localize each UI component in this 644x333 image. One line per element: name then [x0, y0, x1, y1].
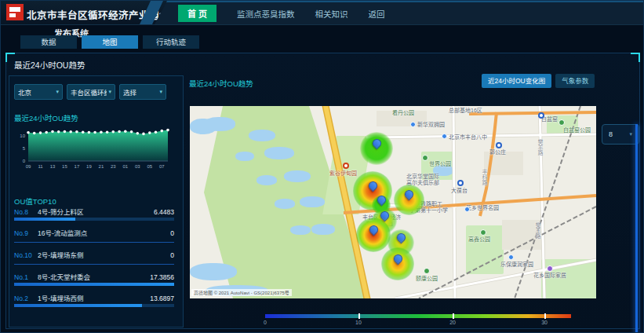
filter-select-1[interactable]: 丰台区循环经济产▾ — [67, 84, 115, 100]
map-place-label: 北京市丰台八中 — [449, 134, 487, 141]
svg-text:23: 23 — [111, 164, 116, 169]
left-stats-panel: 北京▾丰台区循环经济产▾选择▾ 最近24小时OU趋势 0510091113151… — [9, 75, 184, 328]
filter-select-2[interactable]: 选择▾ — [119, 84, 166, 100]
nav-item-0[interactable]: 首 页 — [178, 5, 216, 22]
mall-icon — [547, 265, 553, 272]
legend-tick — [358, 313, 360, 319]
filter-select-value: 丰台区循环经济产 — [71, 87, 107, 97]
filter-bar: 北京▾丰台区循环经济产▾选择▾ — [14, 84, 166, 100]
ou-value: 13.6897 — [150, 295, 174, 302]
park-icon — [480, 229, 486, 236]
panel-corner-accent — [631, 53, 640, 62]
svg-text:05: 05 — [147, 164, 152, 169]
park-icon — [422, 155, 428, 161]
metro-icon — [457, 180, 464, 186]
ou-value: 6.4483 — [154, 208, 174, 216]
app-logo-icon — [6, 4, 24, 20]
row-divider — [14, 264, 174, 265]
chevron-down-icon: ▾ — [159, 89, 162, 95]
map-place-label: 总部基地16区 — [449, 108, 482, 114]
site-name: 4号-筛分上料区 — [38, 207, 154, 216]
rank-label: No.1 — [14, 273, 38, 281]
svg-text:09: 09 — [26, 164, 31, 169]
svg-text:13: 13 — [50, 164, 56, 169]
legend-tick-label: 30 — [541, 320, 548, 325]
top-header: 北京市丰台区循环经济产业园大气恶臭状况实时 首 页监测点恶臭指数相关知识返回 — [1, 1, 644, 25]
map-place-label: 樊羊路 — [535, 222, 540, 239]
svg-text:11: 11 — [38, 164, 43, 169]
row-divider — [14, 242, 174, 243]
publish-tab-2[interactable]: 行动轨迹 — [143, 35, 199, 49]
filter-select-value: 北京 — [18, 87, 31, 97]
map-section-title: 最近24小时OU趋势 — [189, 78, 253, 89]
site-name: 1号-填埋场西侧 — [38, 293, 150, 302]
panel-title: 最近24小时OU趋势 — [14, 59, 85, 71]
ou-trend-chart: 0510091113151719212301030507 — [11, 120, 177, 172]
svg-text:01: 01 — [122, 164, 128, 169]
park-icon — [424, 268, 430, 274]
map-place-label: 新华双拥园 — [417, 122, 445, 128]
rank-label: No.9 — [14, 229, 38, 237]
map-view-button-0[interactable]: 近24小时OU变化图 — [482, 74, 551, 88]
ou-progress-bar — [14, 283, 174, 286]
map-view-button-1[interactable]: 气象参数 — [555, 74, 595, 88]
poi-blue-icon — [464, 207, 470, 212]
ou-color-legend: 0102030 — [265, 314, 571, 328]
legend-tick-label: 10 — [355, 320, 362, 325]
svg-text:5: 5 — [23, 146, 26, 151]
map-place-label: 高鑫公园 — [468, 236, 490, 243]
ou-progress-bar — [14, 304, 174, 307]
park-icon — [558, 119, 565, 126]
amap-canvas[interactable]: 高德地图 © 2021 AutoNavi - GS(2021)6375号 看丹公… — [190, 106, 596, 298]
site-name: 16号-流动监测点 — [38, 228, 170, 237]
legend-tick-label: 0 — [264, 320, 267, 325]
map-place-label: 白盆窑公园 — [563, 127, 591, 134]
toplist-row: No.102号-填埋场东侧0 — [14, 250, 174, 265]
nav-item-3[interactable]: 返回 — [369, 8, 385, 20]
chevron-down-icon: ▾ — [629, 131, 632, 137]
svg-text:0: 0 — [23, 159, 26, 163]
svg-text:03: 03 — [135, 164, 140, 169]
toplist-row: No.21号-填埋场西侧13.6897 — [14, 293, 174, 307]
map-place-label: 紫谷伊甸园 — [329, 170, 357, 177]
map-place-label: 花乡世界名园 — [466, 205, 499, 211]
legend-tick — [544, 313, 546, 319]
ou-value: 0 — [170, 229, 174, 237]
ou-value: 17.3856 — [150, 273, 174, 281]
publish-tab-0[interactable]: 数据 — [20, 35, 77, 49]
app-root: 北京市丰台区循环经济产业园大气恶臭状况实时 首 页监测点恶臭指数相关知识返回 发… — [0, 0, 644, 333]
svg-text:17: 17 — [75, 164, 80, 169]
metro-icon — [496, 142, 502, 148]
publish-tab-1[interactable]: 地图 — [82, 35, 138, 49]
svg-text:07: 07 — [159, 164, 165, 169]
poi-blue-icon — [442, 134, 447, 139]
map-place-label: 郭公庄 — [489, 149, 506, 156]
map-place-label: 丰科路 — [482, 169, 487, 185]
legend-tick-label: 20 — [449, 320, 456, 325]
filter-select-value: 选择 — [123, 87, 136, 97]
toplist-row: No.18号-北天堂村委会17.3856 — [14, 272, 174, 286]
svg-text:15: 15 — [62, 164, 67, 169]
svg-text:19: 19 — [86, 164, 92, 169]
filter-select-0[interactable]: 北京▾ — [14, 84, 63, 100]
chevron-down-icon: ▾ — [108, 89, 111, 95]
nav-item-1[interactable]: 监测点恶臭指数 — [237, 8, 295, 20]
ou-top-list: No.84号-筛分上料区6.4483No.916号-流动监测点0No.102号-… — [14, 207, 174, 314]
map-place-label: 颐康公园 — [416, 276, 438, 282]
main-panel: 最近24小时OU趋势 北京▾丰台区循环经济产▾选择▾ 最近24小时OU趋势 05… — [5, 53, 640, 329]
nav-item-2[interactable]: 相关知识 — [315, 8, 348, 20]
ou-value: 0 — [170, 251, 174, 259]
map-place-label: 看丹公园 — [392, 110, 414, 116]
hour-select-value: 8 — [609, 130, 613, 138]
map-view-buttons: 近24小时OU变化图气象参数 — [482, 74, 595, 88]
site-name: 8号-北天堂村委会 — [38, 272, 150, 281]
svg-text:10: 10 — [20, 134, 25, 138]
rank-label: No.10 — [14, 251, 38, 259]
map-place-label: 北京华堂国际 — [406, 174, 439, 180]
hour-select[interactable]: 8 ▾ — [602, 124, 639, 145]
map-place-label: 大葆台 — [451, 188, 468, 194]
toplist-row: No.84号-筛分上料区6.4483 — [14, 207, 174, 221]
chevron-down-icon: ▾ — [56, 89, 59, 95]
rank-label: No.8 — [14, 208, 38, 216]
map-place-label: 花乡国际家居 — [533, 273, 566, 279]
